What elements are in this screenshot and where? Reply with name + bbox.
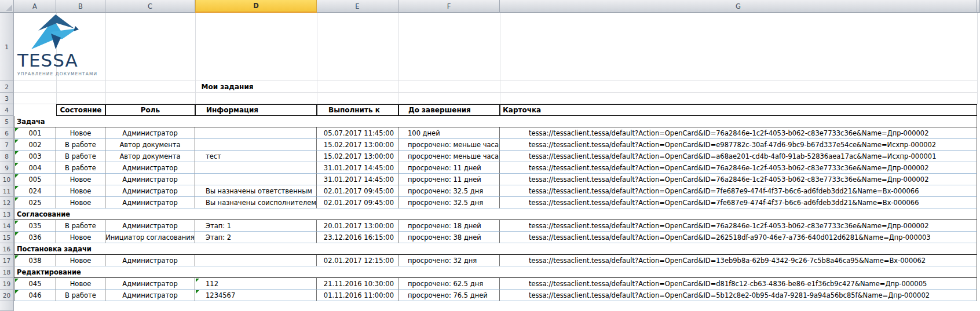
row-header-19[interactable]: 19: [0, 278, 14, 290]
task-id-cell-row15[interactable]: 036: [14, 232, 56, 243]
task-due-cell-row14[interactable]: 20.01.2017 13:00:00: [317, 220, 398, 232]
group-row-13[interactable]: Согласование: [14, 208, 977, 220]
column-header-C[interactable]: C: [105, 0, 195, 13]
task-card-link-cell-row6[interactable]: tessa://tessaclient.tessa/default?Action…: [500, 127, 977, 139]
task-due-cell-row9[interactable]: 31.01.2017 14:45:00: [317, 162, 398, 174]
task-state-cell-row15[interactable]: Новое: [56, 232, 105, 243]
column-header-F[interactable]: F: [398, 0, 500, 13]
row-header-1[interactable]: 1: [0, 13, 14, 81]
row-header-18[interactable]: 18: [0, 266, 14, 278]
row-header-3[interactable]: 3: [0, 93, 14, 104]
task-info-cell-row19[interactable]: 112: [195, 278, 317, 290]
column-header-E[interactable]: E: [317, 0, 398, 13]
task-card-link-cell-row9[interactable]: tessa://tessaclient.tessa/default?Action…: [500, 162, 977, 174]
task-id-cell-row11[interactable]: 024: [14, 185, 56, 197]
select-all-corner[interactable]: [0, 0, 14, 13]
task-info-cell-row6[interactable]: [195, 127, 317, 139]
task-due-cell-row10[interactable]: 31.01.2017 14:45:00: [317, 174, 398, 185]
task-time-left-cell-row20[interactable]: просрочено: 76.5 дней: [398, 290, 500, 301]
task-id-cell-row12[interactable]: 025: [14, 197, 56, 208]
task-info-cell-row11[interactable]: Вы назначены ответственным: [195, 185, 317, 197]
task-state-cell-row12[interactable]: Новое: [56, 197, 105, 208]
task-time-left-cell-row10[interactable]: просрочено: 11 дней: [398, 174, 500, 185]
task-role-cell-row7[interactable]: Автор документа: [105, 139, 195, 151]
task-info-cell-row8[interactable]: тест: [195, 151, 317, 162]
task-id-cell-row14[interactable]: 035: [14, 220, 56, 232]
task-info-cell-row9[interactable]: [195, 162, 317, 174]
task-card-link-cell-row10[interactable]: tessa://tessaclient.tessa/default?Action…: [500, 174, 977, 185]
task-role-cell-row17[interactable]: Администратор: [105, 255, 195, 266]
header-info[interactable]: Информация: [195, 104, 317, 116]
task-card-link-cell-row19[interactable]: tessa://tessaclient.tessa/default?Action…: [500, 278, 977, 290]
task-due-cell-row15[interactable]: 23.12.2016 16:15:00: [317, 232, 398, 243]
task-state-cell-row17[interactable]: Новое: [56, 255, 105, 266]
task-time-left-cell-row19[interactable]: просрочено: 62.5 дня: [398, 278, 500, 290]
row-header-6[interactable]: 6: [0, 127, 14, 139]
row-header-13[interactable]: 13: [0, 208, 14, 220]
task-role-cell-row14[interactable]: Администратор: [105, 220, 195, 232]
task-info-cell-row7[interactable]: [195, 139, 317, 151]
task-time-left-cell-row15[interactable]: просрочено: 38 дней: [398, 232, 500, 243]
task-role-cell-row8[interactable]: Автор документа: [105, 151, 195, 162]
header-state[interactable]: Состояние: [56, 104, 105, 116]
row-header-7[interactable]: 7: [0, 139, 14, 151]
header-role[interactable]: Роль: [105, 104, 195, 116]
task-time-left-cell-row8[interactable]: просрочено: меньше часа: [398, 151, 500, 162]
task-card-link-cell-row8[interactable]: tessa://tessaclient.tessa/default?Action…: [500, 151, 977, 162]
task-time-left-cell-row7[interactable]: просрочено: меньше часа: [398, 139, 500, 151]
task-card-link-cell-row14[interactable]: tessa://tessaclient.tessa/default?Action…: [500, 220, 977, 232]
task-state-cell-row7[interactable]: В работе: [56, 139, 105, 151]
task-info-cell-row20[interactable]: 1234567: [195, 290, 317, 301]
row-header-9[interactable]: 9: [0, 162, 14, 174]
task-state-cell-row10[interactable]: Новое: [56, 174, 105, 185]
task-card-link-cell-row20[interactable]: tessa://tessaclient.tessa/default?Action…: [500, 290, 977, 301]
task-card-link-cell-row12[interactable]: tessa://tessaclient.tessa/default?Action…: [500, 197, 977, 208]
column-header-G[interactable]: G: [500, 0, 977, 13]
row-header-20[interactable]: 20: [0, 290, 14, 301]
task-id-cell-row7[interactable]: 002: [14, 139, 56, 151]
task-due-cell-row8[interactable]: 15.02.2017 13:00:00: [317, 151, 398, 162]
task-info-cell-row17[interactable]: [195, 255, 317, 266]
task-due-cell-row6[interactable]: 05.07.2017 11:45:00: [317, 127, 398, 139]
task-role-cell-row15[interactable]: Инициатор согласования: [105, 232, 195, 243]
task-time-left-cell-row6[interactable]: 100 дней: [398, 127, 500, 139]
task-info-cell-row10[interactable]: [195, 174, 317, 185]
group-row-5[interactable]: Задача: [14, 116, 977, 127]
task-id-cell-row10[interactable]: 005: [14, 174, 56, 185]
task-time-left-cell-row12[interactable]: просрочено: 32.5 дня: [398, 197, 500, 208]
task-info-cell-row14[interactable]: Этап: 1: [195, 220, 317, 232]
task-id-cell-row9[interactable]: 004: [14, 162, 56, 174]
task-role-cell-row19[interactable]: Администратор: [105, 278, 195, 290]
task-due-cell-row17[interactable]: 02.01.2017 12:15:00: [317, 255, 398, 266]
task-time-left-cell-row9[interactable]: просрочено: 11 дней: [398, 162, 500, 174]
task-state-cell-row14[interactable]: В работе: [56, 220, 105, 232]
task-time-left-cell-row14[interactable]: просрочено: 18 дней: [398, 220, 500, 232]
task-card-link-cell-row15[interactable]: tessa://tessaclient.tessa/default?Action…: [500, 232, 977, 243]
task-role-cell-row20[interactable]: Администратор: [105, 290, 195, 301]
column-header-D[interactable]: D: [195, 0, 317, 13]
task-info-cell-row12[interactable]: Вы назначены соисполнителем.: [195, 197, 317, 208]
row-header-11[interactable]: 11: [0, 185, 14, 197]
row-header-17[interactable]: 17: [0, 255, 14, 266]
task-role-cell-row6[interactable]: Администратор: [105, 127, 195, 139]
task-time-left-cell-row17[interactable]: просрочено: 32 дня: [398, 255, 500, 266]
row-header-15[interactable]: 15: [0, 232, 14, 243]
task-card-link-cell-row17[interactable]: tessa://tessaclient.tessa/default?Action…: [500, 255, 977, 266]
task-id-cell-row19[interactable]: 045: [14, 278, 56, 290]
task-info-cell-row15[interactable]: Этап: 2: [195, 232, 317, 243]
task-due-cell-row11[interactable]: 02.01.2017 09:45:00: [317, 185, 398, 197]
task-id-cell-row8[interactable]: 003: [14, 151, 56, 162]
task-role-cell-row9[interactable]: Администратор: [105, 162, 195, 174]
header-due[interactable]: Выполнить к: [317, 104, 398, 116]
task-id-cell-row17[interactable]: 038: [14, 255, 56, 266]
row-header-12[interactable]: 12: [0, 197, 14, 208]
group-row-18[interactable]: Редактирование: [14, 266, 977, 278]
row-header-partial[interactable]: [0, 301, 14, 311]
column-header-next-partial[interactable]: [977, 0, 980, 13]
task-role-cell-row11[interactable]: Администратор: [105, 185, 195, 197]
task-id-cell-row20[interactable]: 046: [14, 290, 56, 301]
task-due-cell-row19[interactable]: 21.11.2016 10:30:00: [317, 278, 398, 290]
task-role-cell-row10[interactable]: Администратор: [105, 174, 195, 185]
row-header-4[interactable]: 4: [0, 104, 14, 116]
row-header-10[interactable]: 10: [0, 174, 14, 185]
